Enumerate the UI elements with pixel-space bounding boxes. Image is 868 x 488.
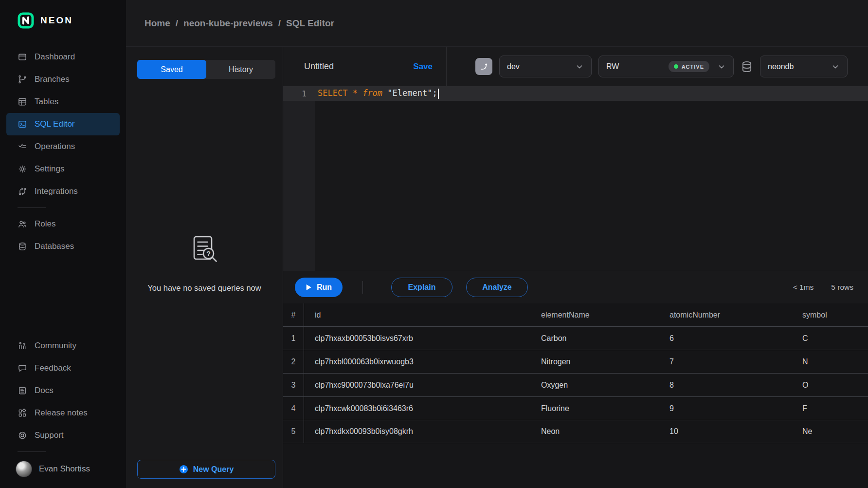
main-area: Home / neon-kube-previews / SQL Editor S…	[126, 0, 868, 488]
sidebar-item-label: Tables	[35, 97, 58, 107]
sidebar-item-label: Roles	[35, 219, 55, 229]
sidebar-item-community[interactable]: Community	[0, 335, 126, 357]
saved-queries-panel: Saved History ? You have no saved querie…	[126, 47, 283, 488]
cell-atomicNumber: 10	[659, 420, 792, 443]
sidebar-item-label: Community	[35, 341, 76, 351]
column-header-symbol: symbol	[792, 303, 868, 326]
cell-id: clp7hxcwk00083b0i6i3463r6	[304, 397, 530, 420]
breadcrumb-page: SQL Editor	[286, 18, 334, 29]
cell-id: clp7hxbl000063b0ixrwuogb3	[304, 350, 530, 373]
run-label: Run	[317, 283, 332, 292]
brand-logo[interactable]: NEON	[0, 12, 126, 29]
chevron-down-icon	[831, 62, 840, 71]
row-number: 1	[283, 327, 304, 350]
sidebar-item-settings[interactable]: Settings	[0, 158, 126, 180]
branch-icon	[479, 62, 489, 72]
cell-elementName: Neon	[530, 420, 659, 443]
vertical-divider	[362, 281, 363, 294]
cell-id: clp7hxaxb00053b0isvs67xrb	[304, 327, 530, 350]
breadcrumb-project[interactable]: neon-kube-previews	[183, 18, 273, 29]
save-button[interactable]: Save	[413, 62, 433, 72]
cell-atomicNumber: 8	[659, 374, 792, 396]
databases-icon	[18, 242, 27, 251]
sidebar-item-label: Integrations	[35, 187, 78, 196]
docs-icon	[18, 386, 27, 395]
sidebar-item-branches[interactable]: Branches	[0, 68, 126, 91]
table-row: 5 clp7hxdkx00093b0isy08gkrh Neon 10 Ne	[283, 420, 868, 443]
user-name: Evan Shortiss	[39, 464, 90, 474]
community-icon	[18, 341, 27, 351]
query-row-count: 5 rows	[831, 283, 853, 292]
no-saved-queries-icon: ?	[186, 233, 223, 270]
topbar: Home / neon-kube-previews / SQL Editor	[126, 0, 868, 47]
sidebar-item-docs[interactable]: Docs	[0, 379, 126, 402]
user-menu[interactable]: Evan Shortiss	[0, 458, 126, 480]
branch-select[interactable]: dev	[499, 56, 592, 77]
compute-select-value: RW	[606, 62, 619, 71]
query-stats: < 1ms 5 rows	[793, 283, 853, 292]
column-header-num: #	[283, 303, 304, 326]
cell-symbol: O	[792, 374, 868, 396]
sidebar-item-databases[interactable]: Databases	[0, 235, 126, 258]
editor-gutter	[283, 86, 315, 271]
sidebar-item-operations[interactable]: Operations	[0, 135, 126, 158]
sql-code-editor[interactable]: 1 SELECT * from "Element";	[283, 86, 868, 271]
results-header-row: # id elementName atomicNumber symbol	[283, 303, 868, 326]
breadcrumb: Home / neon-kube-previews / SQL Editor	[145, 18, 334, 29]
tab-history[interactable]: History	[206, 60, 275, 79]
analyze-button[interactable]: Analyze	[466, 278, 528, 297]
sql-keyword: from	[362, 88, 387, 98]
cell-elementName: Carbon	[530, 327, 659, 350]
cell-elementName: Fluorine	[530, 397, 659, 420]
column-header-id: id	[304, 303, 530, 326]
sidebar-item-sql-editor[interactable]: SQL Editor	[6, 113, 120, 135]
sidebar-divider	[18, 207, 46, 208]
cell-elementName: Nitrogen	[530, 350, 659, 373]
breadcrumb-home[interactable]: Home	[145, 18, 170, 29]
new-query-button[interactable]: New Query	[137, 460, 275, 479]
sidebar-item-roles[interactable]: Roles	[0, 213, 126, 235]
breadcrumb-separator: /	[278, 18, 281, 29]
sidebar-item-feedback[interactable]: Feedback	[0, 357, 126, 379]
play-icon	[306, 284, 312, 291]
svg-text:?: ?	[206, 250, 211, 258]
database-select[interactable]: neondb	[760, 56, 848, 77]
editor-pane: Untitled Save dev RW	[283, 47, 868, 488]
column-header-elementName: elementName	[530, 303, 659, 326]
tab-saved[interactable]: Saved	[137, 60, 206, 79]
feedback-icon	[18, 363, 27, 373]
empty-message: You have no saved queries now	[126, 283, 283, 293]
new-query-label: New Query	[193, 465, 234, 474]
sidebar-item-integrations[interactable]: Integrations	[0, 180, 126, 203]
sidebar-item-label: Support	[35, 431, 64, 440]
sidebar-item-release-notes[interactable]: Release notes	[0, 402, 126, 424]
explain-button[interactable]: Explain	[391, 278, 452, 297]
neon-logo-icon	[18, 12, 34, 29]
sidebar-item-label: Feedback	[35, 363, 71, 373]
run-button[interactable]: Run	[295, 278, 343, 297]
branch-button[interactable]	[475, 58, 492, 75]
query-actions-bar: Run Explain Analyze < 1ms 5 rows	[283, 271, 868, 303]
sql-semicolon: ;	[432, 88, 437, 98]
cell-atomicNumber: 6	[659, 327, 792, 350]
cell-symbol: Ne	[792, 420, 868, 443]
sidebar-item-dashboard[interactable]: Dashboard	[0, 46, 126, 68]
plus-icon	[179, 465, 188, 474]
cell-symbol: F	[792, 397, 868, 420]
integrations-icon	[18, 187, 27, 196]
sidebar-item-tables[interactable]: Tables	[0, 91, 126, 113]
branch-select-value: dev	[507, 62, 520, 71]
sidebar-item-support[interactable]: Support	[0, 424, 126, 447]
release-notes-icon	[18, 408, 27, 418]
sidebar-item-label: Release notes	[35, 408, 88, 418]
query-title[interactable]: Untitled	[304, 61, 334, 72]
row-number: 2	[283, 350, 304, 373]
line-number: 1	[283, 89, 315, 98]
app-window: NEON Dashboard Branches Tables SQL Edito…	[0, 0, 868, 488]
sql-editor-icon	[18, 119, 27, 129]
compute-select[interactable]: RW ACTIVE	[598, 56, 734, 77]
sidebar-item-label: Databases	[35, 242, 74, 251]
status-dot-icon	[674, 64, 678, 69]
sidebar-item-label: Operations	[35, 142, 75, 151]
column-header-atomicNumber: atomicNumber	[659, 303, 792, 326]
